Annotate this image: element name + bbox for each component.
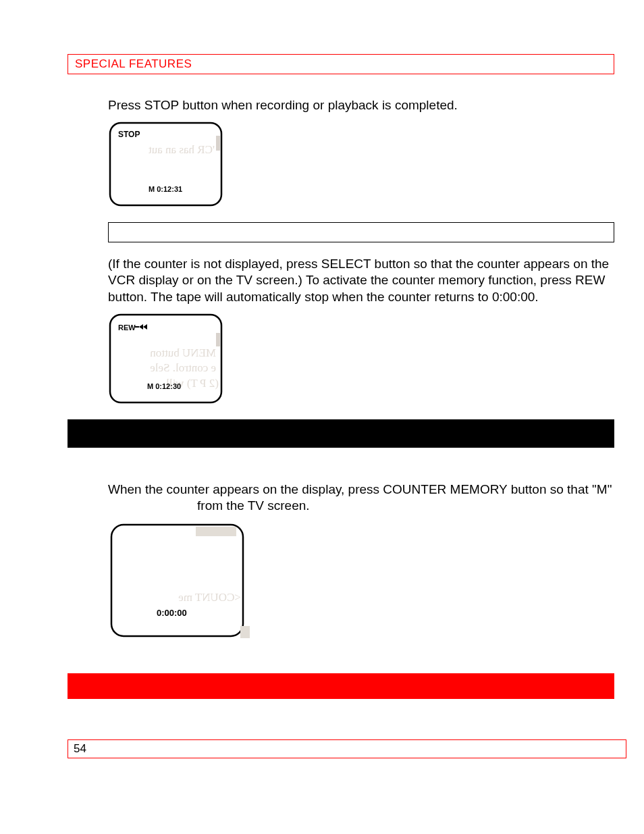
fig1-counter: M 0:12:31	[149, 185, 182, 193]
svg-text:<COUNT me: <COUNT me	[178, 591, 241, 604]
svg-text:'CR has an aut: 'CR has an aut	[149, 143, 215, 156]
paragraph-3a: When the counter appears on the display,…	[108, 482, 612, 496]
svg-rect-12	[196, 527, 236, 536]
svg-text:MENU button: MENU button	[150, 346, 216, 359]
fig2-label: REW	[118, 323, 136, 332]
figure-counter-zero: <COUNT me 0:00:00	[108, 521, 614, 646]
svg-text:e control. Sele: e control. Sele	[150, 361, 216, 374]
red-divider-bar	[68, 673, 614, 699]
paragraph-2: (If the counter is not displayed, press …	[108, 256, 614, 306]
fig3-counter: 0:00:00	[157, 608, 187, 618]
figure-stop-screen: STOP 'CR has an aut M 0:12:31	[108, 121, 614, 209]
blank-step-box	[108, 222, 614, 242]
page-footer: 54	[68, 739, 626, 758]
svg-rect-7	[216, 333, 220, 346]
section-header-text: SPECIAL FEATURES	[75, 57, 192, 70]
black-divider-bar	[68, 419, 614, 448]
paragraph-3: When the counter appears on the display,…	[108, 481, 614, 515]
page-number: 54	[74, 742, 86, 755]
paragraph-3b: from the TV screen.	[197, 498, 310, 513]
fig1-label: STOP	[118, 130, 140, 139]
svg-rect-11	[111, 525, 243, 636]
svg-rect-6	[135, 326, 139, 328]
svg-rect-13	[240, 626, 250, 638]
paragraph-1: Press STOP button when recording or play…	[108, 97, 614, 114]
fig2-counter: M 0:12:30	[147, 382, 181, 390]
section-header: SPECIAL FEATURES	[68, 54, 614, 74]
figure-rew-screen: REW MENU button e control. Sele (2 P T) …	[108, 313, 614, 406]
svg-rect-1	[216, 136, 220, 151]
